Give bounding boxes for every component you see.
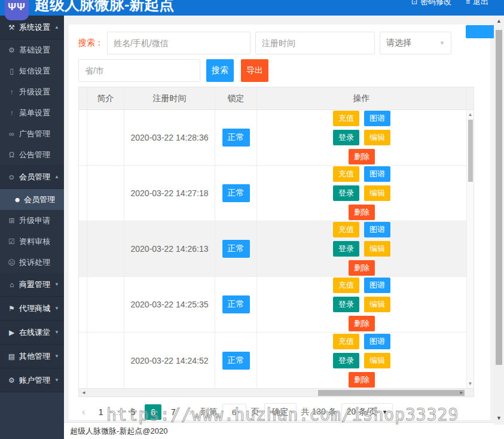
search-button[interactable]: 搜索 [206,59,234,82]
page-6-button-active[interactable]: 6 [145,404,161,420]
confirm-button[interactable]: 确定 [264,403,297,421]
register-time-cell: 2020-03-22 14:24:52 [124,333,215,388]
logout-label: 退出 [473,0,488,7]
delete-button[interactable]: 删除 [349,316,375,331]
sidebar-item-alliance-management[interactable]: ⌂ 商盟管理 ▼ [0,273,64,297]
status-select[interactable]: 请选择 ▼ [380,32,451,54]
edit-button[interactable]: 编辑 [364,297,390,312]
chevron-up-icon: ▲ [54,25,59,30]
scroll-right-icon[interactable]: ► [459,389,464,397]
sidebar-item-member-management-group[interactable]: ☺ 会员管理 ▲ [0,165,64,189]
graph-button[interactable]: 图谱 [364,222,390,237]
sidebar-item-complaint-handling[interactable]: ☹ 投诉处理 [0,252,64,273]
recharge-button[interactable]: 充值 [333,278,359,293]
edit-button[interactable]: 编辑 [364,130,390,145]
prev-page-button[interactable]: ‹ [78,406,89,418]
province-city-input[interactable] [78,59,200,82]
account-gear-icon: ⚙ [7,376,17,385]
delete-button[interactable]: 删除 [349,205,375,220]
recharge-button[interactable]: 充值 [333,334,359,349]
logout-link[interactable]: ≡ 退出 [466,0,488,7]
sidebar-item-basic-settings[interactable]: ⚙ 基础设置 [0,39,64,60]
login-button[interactable]: 登录 [333,297,359,312]
recharge-button[interactable]: 充值 [333,166,359,182]
graph-button[interactable]: 图谱 [364,278,390,293]
sidebar-item-sms-settings[interactable]: ▯ 短信设置 [0,60,64,81]
page-scroll-thumb[interactable] [496,30,502,365]
goto-page-input[interactable] [222,404,246,420]
upgrade-icon: ↑ [7,88,17,96]
main-area: 搜索： 请选择 ▼ 搜索 导出 简介 注册时间 锁定 操作 [64,16,494,422]
chevron-down-icon: ▼ [54,306,59,311]
sidebar-item-other-management[interactable]: ▤ 其他管理 ▼ [0,345,64,368]
delete-button[interactable]: 删除 [349,372,375,388]
sidebar-item-notice-management[interactable]: Ω 公告管理 [0,144,64,165]
page-1-button[interactable]: 1 [94,405,108,419]
login-button[interactable]: 登录 [333,130,359,145]
table-row: 2020-03-22 14:24:52 正常 充值 图谱 登录 编辑 删除 [79,333,474,388]
login-button[interactable]: 登录 [333,241,359,257]
status-normal-button[interactable]: 正常 [222,352,250,370]
vertical-scroll-thumb[interactable] [468,120,473,182]
sidebar-item-member-management[interactable]: ☻ 会员管理 [0,189,64,210]
chevron-down-icon: ▼ [54,377,59,383]
logout-icon: ≡ [466,0,470,6]
graph-button[interactable]: 图谱 [364,334,390,349]
chevron-down-icon: ▼ [54,353,59,359]
graph-button[interactable]: 图谱 [364,111,390,126]
status-normal-button[interactable]: 正常 [222,240,250,258]
table-horizontal-scrollbar[interactable]: ◄ ► [79,388,474,397]
sidebar-item-upgrade-apply[interactable]: ⊞ 升级申请 [0,210,64,231]
sidebar-item-upgrade-settings[interactable]: ↑ 升级设置 [0,81,64,102]
link-icon: ∞ [7,130,17,138]
export-button[interactable]: 导出 [241,59,268,82]
edit-button[interactable]: 编辑 [364,241,390,257]
page-ellipsis: … [112,407,121,417]
delete-button[interactable]: 删除 [349,149,375,164]
scroll-down-icon[interactable]: ▼ [494,415,504,421]
name-phone-wechat-input[interactable] [107,32,251,54]
edit-button[interactable]: 编辑 [364,353,390,368]
sidebar-item-agent-mall[interactable]: ⚑ 代理商城 ▼ [0,297,64,321]
tools-icon: ⚒ [7,23,17,32]
shield-check-icon: ☑ [7,237,17,246]
next-page-button[interactable]: › [185,406,196,418]
page-5-button[interactable]: 5 [126,405,140,419]
horizontal-scroll-thumb[interactable] [318,390,465,396]
page-scrollbar[interactable]: ▲ ▼ [494,16,504,425]
sidebar-item-account-management[interactable]: ⚙ 账户管理 ▼ [0,368,64,392]
top-header-bar: ΨΨ 超级人脉微脉-新起点 ⊡ 密码修改 ≡ 退出 [0,0,504,16]
sidebar-item-online-classroom[interactable]: ▶ 在线课堂 ▼ [0,321,64,345]
register-time-cell: 2020-03-22 14:25:35 [124,277,215,332]
mall-icon: ⚑ [7,304,17,313]
page-size-select[interactable]: 20 条/页 ▼ [341,403,393,421]
status-normal-button[interactable]: 正常 [222,129,250,147]
login-button[interactable]: 登录 [333,353,359,368]
scroll-down-icon[interactable]: ▼ [467,381,474,386]
recharge-button[interactable]: 充值 [333,111,359,126]
footer: 超级人脉微脉-新起点@2020 [64,422,494,439]
sidebar-item-menu-settings[interactable]: ↑ 菜单设置 [0,102,64,123]
page-7-button[interactable]: 7 [166,405,181,419]
change-password-label: 密码修改 [420,0,451,7]
sidebar-item-ad-management[interactable]: ∞ 广告管理 [0,123,64,144]
table-row: 2020-03-22 14:27:18 正常 充值 图谱 登录 编辑 删除 [79,166,474,221]
document-icon: ▤ [7,352,17,361]
status-normal-button[interactable]: 正常 [222,295,250,313]
scroll-left-icon[interactable]: ◄ [81,389,86,397]
change-password-link[interactable]: ⊡ 密码修改 [411,0,451,7]
edit-button[interactable]: 编辑 [364,185,390,201]
footer-copyright: 超级人脉微脉-新起点@2020 [70,426,167,435]
login-button[interactable]: 登录 [333,185,359,201]
recharge-button[interactable]: 充值 [333,222,359,237]
scroll-up-icon[interactable]: ▲ [467,112,474,117]
graph-button[interactable]: 图谱 [364,166,390,182]
status-normal-button[interactable]: 正常 [222,184,250,202]
register-time-input[interactable] [255,32,375,54]
select-caret-icon: ▼ [382,409,387,415]
delete-button[interactable]: 删除 [349,260,375,276]
gear-icon: ⚙ [7,46,17,54]
scroll-up-icon[interactable]: ▲ [494,18,504,24]
table-vertical-scrollbar[interactable]: ▲ ▼ [466,110,474,388]
sidebar-item-data-review[interactable]: ☑ 资料审核 [0,231,64,252]
